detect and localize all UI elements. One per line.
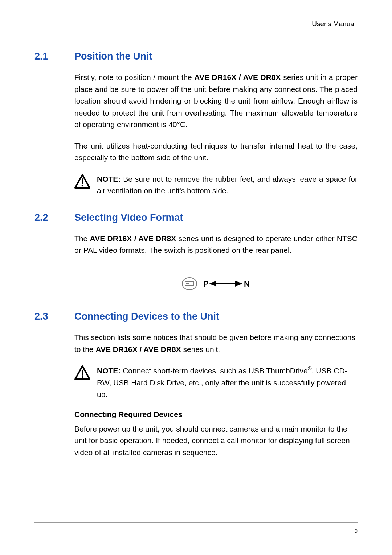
svg-marker-7: [235, 281, 242, 287]
section-number: 2.1: [34, 51, 74, 62]
document-page: User's Manual 2.1 Position the Unit Firs…: [0, 0, 392, 492]
section-2-3: 2.3 Connecting Devices to the Unit This …: [34, 311, 358, 458]
warning-icon: [74, 365, 90, 380]
text: The: [74, 234, 90, 243]
paragraph: This section lists some notices that sho…: [74, 332, 358, 355]
switch-diagram: P N: [74, 266, 358, 296]
section-2-1: 2.1 Position the Unit Firstly, note to p…: [34, 51, 358, 197]
page-number: 9: [355, 528, 358, 534]
note-text: NOTE: Connect short-term devices, such a…: [97, 365, 358, 401]
svg-rect-4: [186, 283, 189, 284]
bold-text: AVE DR16X / AVE DR8X: [90, 234, 176, 243]
header-title: User's Manual: [312, 20, 356, 28]
paragraph: Before power up the unit, you should con…: [74, 423, 358, 459]
bold-text: AVE DR16X / AVE DR8X: [194, 73, 281, 81]
section-heading: 2.1 Position the Unit: [34, 51, 358, 62]
note-text: NOTE: Be sure not to remove the rubber f…: [97, 173, 358, 197]
section-title: Selecting Video Format: [74, 212, 183, 223]
note-label: NOTE:: [97, 175, 121, 183]
paragraph: The unit utilizes heat-conducting techni…: [74, 140, 358, 164]
section-title: Position the Unit: [74, 51, 152, 62]
bold-text: AVE DR16X / AVE DR8X: [95, 345, 181, 353]
warning-icon: [74, 174, 90, 189]
note-block: NOTE: Connect short-term devices, such a…: [74, 365, 358, 401]
section-number: 2.2: [34, 212, 74, 223]
section-number: 2.3: [34, 311, 74, 322]
switch-n-label: N: [244, 279, 250, 288]
text: series unit.: [181, 345, 220, 353]
text: Be sure not to remove the rubber feet, a…: [97, 175, 358, 195]
subheading: Connecting Required Devices: [74, 410, 358, 419]
text: Connect short-term devices, such as USB …: [121, 366, 307, 375]
svg-point-2: [182, 278, 197, 290]
section-2-2: 2.2 Selecting Video Format The AVE DR16X…: [34, 212, 358, 296]
switch-icon: P N: [181, 275, 250, 292]
superscript: ®: [308, 366, 312, 372]
page-footer: 9: [34, 522, 358, 534]
note-label: NOTE:: [97, 366, 121, 375]
svg-point-1: [82, 185, 83, 187]
switch-p-label: P: [203, 279, 209, 288]
paragraph: Firstly, note to position / mount the AV…: [74, 72, 358, 131]
svg-point-9: [82, 376, 83, 378]
paragraph: The AVE DR16X / AVE DR8X series unit is …: [74, 233, 358, 256]
text: Firstly, note to position / mount the: [74, 73, 194, 81]
section-heading: 2.3 Connecting Devices to the Unit: [34, 311, 358, 322]
section-title: Connecting Devices to the Unit: [74, 311, 219, 322]
note-block: NOTE: Be sure not to remove the rubber f…: [74, 173, 358, 197]
svg-marker-6: [209, 281, 216, 287]
page-header: User's Manual: [34, 20, 358, 33]
section-heading: 2.2 Selecting Video Format: [34, 212, 358, 223]
